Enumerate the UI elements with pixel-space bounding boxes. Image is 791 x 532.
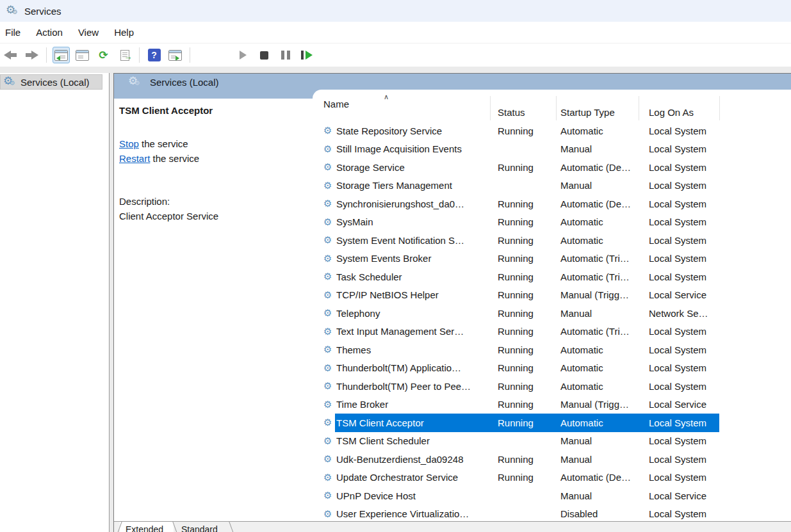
start-service-button[interactable] (234, 47, 252, 63)
table-row[interactable]: ⚙Still Image Acquisition EventsManualLoc… (322, 140, 719, 159)
table-row[interactable]: ⚙TCP/IP NetBIOS HelperRunningManual (Tri… (322, 286, 719, 305)
restart-service-link[interactable]: Restart (119, 153, 150, 164)
column-divider[interactable] (719, 96, 720, 120)
service-name-cell: ⚙User Experience Virtualizatio… (322, 508, 490, 520)
forward-arrow-icon (25, 51, 38, 60)
table-row[interactable]: ⚙Synchronisierungshost_da0…RunningAutoma… (322, 195, 719, 213)
service-status-cell: Running (490, 362, 556, 373)
service-log-on-as-cell: Local System (639, 472, 719, 483)
column-header-name[interactable]: Name (322, 90, 490, 121)
service-log-on-as-cell: Local System (639, 326, 719, 337)
main-panel: ⚙⚙ Services (Local) TSM Client Acceptor … (113, 73, 791, 532)
column-divider[interactable] (490, 96, 491, 120)
service-status-cell: Running (490, 308, 556, 319)
table-row[interactable]: ⚙State Repository ServiceRunningAutomati… (322, 122, 719, 140)
service-gear-icon: ⚙ (323, 453, 336, 465)
table-row[interactable]: ⚙Thunderbolt(TM) Peer to Pee…RunningAuto… (322, 377, 719, 396)
table-row[interactable]: ⚙Time BrokerRunningManual (Trigg…Local S… (322, 396, 719, 414)
service-startup-type-cell: Automatic (556, 235, 639, 246)
show-action-pane-icon (168, 50, 182, 61)
table-row[interactable]: ⚙UPnP Device HostManualLocal Service (322, 487, 719, 505)
restart-service-line: Restart the service (119, 151, 313, 166)
service-name-text: Themes (336, 344, 371, 355)
menu-file[interactable]: File (5, 27, 20, 38)
table-row[interactable]: ⚙Thunderbolt(TM) Applicatio…RunningAutom… (322, 359, 719, 378)
service-log-on-as-cell: Local System (639, 180, 719, 191)
table-row[interactable]: ⚙Text Input Management Ser…RunningAutoma… (322, 323, 719, 341)
service-startup-type-cell: Manual (556, 180, 639, 191)
service-name-text: Storage Tiers Management (336, 180, 452, 191)
tab-standard[interactable]: Standard (181, 523, 218, 532)
service-name-cell: ⚙Themes (322, 344, 490, 355)
pause-service-icon (281, 51, 290, 60)
service-startup-type-cell: Automatic (556, 344, 639, 355)
service-startup-type-cell: Automatic (De… (556, 472, 639, 483)
service-name-text: Update Orchestrator Service (336, 472, 458, 483)
service-status-cell: Running (490, 472, 556, 483)
service-startup-type-cell: Automatic (556, 417, 639, 428)
table-row[interactable]: ⚙Storage Tiers ManagementManualLocal Sys… (322, 177, 719, 195)
service-startup-type-cell: Automatic (Tri… (556, 271, 639, 282)
restart-service-button[interactable] (298, 47, 315, 63)
service-name-cell: ⚙UPnP Device Host (322, 490, 490, 501)
table-row[interactable]: ⚙Storage ServiceRunningAutomatic (De…Loc… (322, 158, 719, 177)
table-row[interactable]: ⚙TSM Client AcceptorRunningAutomaticLoca… (322, 414, 719, 432)
show-console-tree-button[interactable] (53, 47, 70, 63)
table-row[interactable]: ⚙TelephonyRunningManualNetwork Se… (322, 304, 719, 323)
service-log-on-as-cell: Local Service (639, 289, 719, 300)
service-name-text: Storage Service (336, 162, 405, 173)
service-name-text: Task Scheduler (336, 271, 402, 282)
services-gear-icon: ⚙⚙ (3, 76, 16, 88)
refresh-button[interactable]: ⟳ (95, 47, 112, 63)
stop-service-link[interactable]: Stop (119, 138, 139, 149)
forward-button[interactable] (23, 47, 40, 63)
table-row[interactable]: ⚙SysMainRunningAutomaticLocal System (322, 213, 719, 232)
toolbar: ⟳ → ? (0, 44, 791, 67)
table-row[interactable]: ⚙System Event Notification S…RunningAuto… (322, 231, 719, 250)
service-log-on-as-cell: Local System (639, 417, 719, 428)
table-row[interactable]: ⚙Update Orchestrator ServiceRunningAutom… (322, 469, 719, 487)
service-log-on-as-cell: Local System (639, 362, 719, 373)
export-list-button[interactable]: → (116, 47, 133, 63)
table-row[interactable]: ⚙Udk-Benutzerdienst_da09248RunningManual… (322, 450, 719, 469)
title-bar: ⚙⚙ Services (0, 0, 791, 22)
pause-service-button[interactable] (277, 47, 294, 63)
service-startup-type-cell: Disabled (556, 508, 639, 519)
table-row[interactable]: ⚙Task SchedulerRunningAutomatic (Tri…Loc… (322, 268, 719, 286)
table-row[interactable]: ⚙ThemesRunningAutomaticLocal System (322, 341, 719, 359)
service-log-on-as-cell: Local System (639, 253, 719, 264)
service-name-text: Text Input Management Ser… (336, 326, 464, 337)
back-button[interactable] (2, 47, 19, 63)
stop-service-text: the service (139, 138, 188, 149)
service-name-text: TCP/IP NetBIOS Helper (336, 289, 439, 300)
service-startup-type-cell: Automatic (Tri… (556, 253, 639, 264)
service-log-on-as-cell: Local Service (639, 399, 719, 410)
table-row[interactable]: ⚙TSM Client SchedulerManualLocal System (322, 432, 719, 451)
service-log-on-as-cell: Local System (639, 216, 719, 227)
column-divider[interactable] (639, 96, 639, 120)
column-header-log-on-as[interactable]: Log On As (639, 90, 719, 121)
stop-service-button[interactable] (256, 47, 273, 63)
column-header-status[interactable]: Status (490, 90, 556, 121)
help-button[interactable]: ? (145, 47, 163, 63)
service-gear-icon: ⚙ (323, 216, 336, 228)
column-divider[interactable] (556, 96, 557, 120)
view-tabs: Extended Standard (114, 521, 791, 532)
tab-edge (229, 521, 235, 532)
menu-action[interactable]: Action (36, 27, 63, 38)
tab-extended[interactable]: Extended (126, 523, 163, 532)
table-row[interactable]: ⚙User Experience Virtualizatio…DisabledL… (322, 505, 719, 522)
service-log-on-as-cell: Network Se… (639, 308, 719, 319)
table-row[interactable]: ⚙System Events BrokerRunningAutomatic (T… (322, 250, 719, 268)
properties-button[interactable] (74, 47, 91, 63)
service-log-on-as-cell: Local System (639, 381, 719, 392)
show-action-pane-button[interactable] (167, 47, 184, 63)
menu-help[interactable]: Help (114, 27, 134, 38)
tree-item-services-local[interactable]: ⚙⚙ Services (Local) (0, 74, 102, 90)
menu-view[interactable]: View (78, 27, 99, 38)
service-log-on-as-cell: Local System (639, 162, 719, 173)
services-list-panel: ∧ Name Status Startup Type Log On As ⚙St… (313, 90, 791, 521)
service-gear-icon: ⚙ (323, 417, 336, 428)
service-status-cell: Running (490, 417, 556, 428)
column-header-startup-type[interactable]: Startup Type (556, 90, 639, 121)
